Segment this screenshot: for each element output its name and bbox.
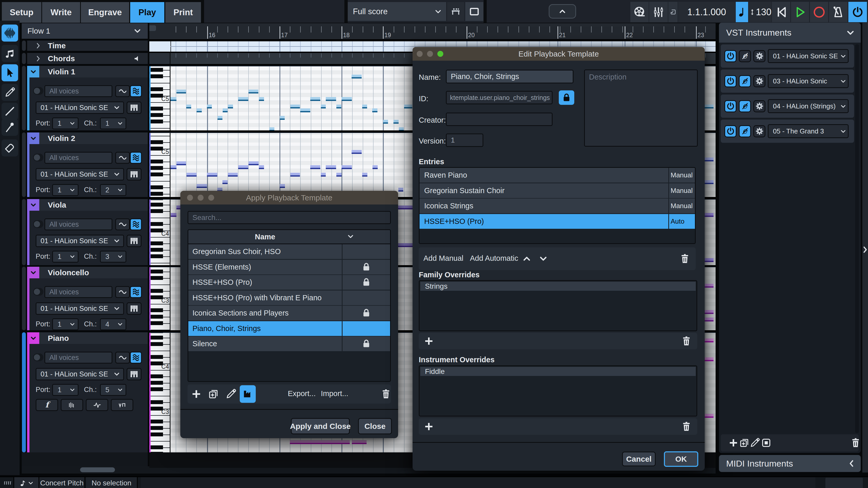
midi-note[interactable] (362, 173, 367, 176)
piano-automation-lane-button[interactable] (86, 399, 108, 411)
hscrollbar-thumb[interactable] (80, 467, 115, 472)
midi-note[interactable] (321, 104, 326, 108)
track-header[interactable]: Viola (27, 199, 148, 211)
roll-section-violin-1[interactable]: C5 (149, 66, 716, 130)
video-button[interactable] (630, 2, 649, 22)
vst-instrument-select[interactable]: 01 - HALion Sonic SE (768, 49, 848, 63)
midi-note[interactable] (207, 104, 212, 108)
wave-display-button[interactable] (115, 286, 130, 298)
midi-note[interactable] (249, 161, 258, 165)
midi-note[interactable] (705, 357, 714, 361)
flow-selector[interactable]: Flow 1 (22, 23, 148, 39)
window-view-button[interactable] (465, 2, 483, 21)
midi-note[interactable] (705, 338, 714, 343)
multi-wave-display-button[interactable] (130, 286, 142, 298)
tab-write[interactable]: Write (42, 2, 80, 23)
channel-select[interactable]: 3 (100, 251, 126, 263)
midi-note[interactable] (177, 161, 186, 165)
vst-settings-button[interactable] (753, 50, 766, 62)
midi-note[interactable] (217, 188, 222, 192)
layout-select[interactable]: Full score (348, 2, 446, 21)
port-select[interactable]: 1 (52, 118, 79, 129)
timeline-ruler[interactable]: 1617181920212223 (149, 23, 716, 40)
vst-panel-header[interactable]: VST Instruments (719, 23, 861, 43)
midi-note[interactable] (394, 120, 399, 124)
all-voices-field[interactable]: All voices (44, 286, 113, 298)
play-button[interactable] (791, 2, 809, 22)
midi-note[interactable] (326, 165, 336, 169)
track-handle[interactable] (22, 53, 26, 64)
midi-note[interactable] (186, 104, 191, 108)
time-track-lane[interactable] (149, 40, 716, 53)
piano-velocity-lane-button[interactable] (61, 399, 83, 411)
midi-note[interactable] (290, 104, 300, 108)
wave-display-button[interactable] (115, 85, 130, 97)
power-button[interactable] (848, 2, 867, 22)
midi-note[interactable] (170, 97, 177, 101)
vst-edit-button[interactable]: e (739, 100, 751, 112)
track-header[interactable]: Violoncello (27, 267, 148, 278)
port-select[interactable]: 1 (52, 251, 79, 263)
voice-toggle[interactable] (33, 154, 43, 161)
midi-note[interactable] (259, 97, 264, 101)
track-header[interactable]: Violin 2 (27, 132, 148, 144)
midi-note[interactable] (399, 127, 404, 130)
midi-note[interactable] (352, 440, 367, 444)
midi-note[interactable] (705, 258, 714, 262)
tab-play[interactable]: Play (130, 2, 164, 23)
track-collapse-button[interactable] (27, 66, 39, 77)
metronome-button[interactable] (829, 2, 847, 22)
chords-track-lane[interactable] (149, 53, 716, 65)
instrument-select[interactable]: 01 - HALion Sonic SE (36, 368, 124, 380)
midi-note[interactable] (228, 104, 233, 108)
tempo-note-button[interactable] (736, 2, 748, 22)
instrument-select[interactable]: 01 - HALion Sonic SE (36, 302, 124, 315)
midi-note[interactable] (351, 75, 362, 78)
midi-note[interactable] (171, 213, 177, 217)
midi-note[interactable] (373, 165, 378, 169)
track-header[interactable]: Piano (27, 332, 148, 344)
midi-note[interactable] (218, 116, 222, 120)
instrument-editor-button[interactable] (127, 168, 142, 181)
record-button[interactable] (810, 2, 828, 22)
midi-note[interactable] (705, 310, 714, 314)
all-voices-field[interactable]: All voices (44, 219, 113, 230)
track-collapse-button[interactable] (27, 332, 39, 344)
midi-note[interactable] (290, 173, 300, 176)
vst-duplicate-button[interactable] (739, 437, 750, 448)
midi-note[interactable] (310, 165, 320, 169)
midi-note[interactable] (187, 173, 196, 176)
midi-note[interactable] (238, 97, 248, 101)
midi-note[interactable] (222, 180, 227, 184)
midi-note[interactable] (705, 158, 714, 161)
channel-select[interactable]: 1 (100, 118, 126, 129)
track-collapse-button[interactable] (27, 199, 39, 211)
midi-note[interactable] (270, 127, 274, 130)
track-row-time[interactable]: Time (27, 40, 148, 51)
track-handle[interactable] (22, 132, 26, 197)
midi-note[interactable] (280, 116, 285, 120)
instrument-editor-button[interactable] (127, 368, 142, 380)
instrument-select[interactable]: 01 - HALion Sonic SE (36, 101, 124, 114)
channel-select[interactable]: 4 (100, 318, 126, 330)
midi-note[interactable] (321, 173, 326, 176)
midi-note[interactable] (196, 184, 207, 188)
port-select[interactable]: 1 (52, 384, 79, 396)
instrument-editor-button[interactable] (127, 302, 142, 315)
midi-note[interactable] (196, 108, 202, 112)
piano-dynamics-lane-button[interactable]: f (36, 399, 58, 411)
vst-edit-button[interactable]: e (739, 50, 751, 62)
roll-section-viola[interactable]: C4 (149, 199, 716, 265)
chords-audition-button[interactable] (133, 54, 142, 63)
vst-scrollbar[interactable] (855, 44, 859, 433)
midi-note[interactable] (207, 173, 217, 176)
expand-right-zone-button[interactable] (861, 245, 868, 254)
midi-note[interactable] (705, 318, 714, 322)
midi-note[interactable] (170, 165, 177, 169)
instrument-editor-button[interactable] (127, 235, 142, 247)
wave-display-button[interactable] (115, 219, 130, 230)
expand-chevron-icon[interactable] (34, 55, 42, 63)
midi-note[interactable] (177, 90, 186, 94)
vst-settings-button[interactable] (753, 75, 766, 87)
midi-note[interactable] (238, 165, 248, 169)
